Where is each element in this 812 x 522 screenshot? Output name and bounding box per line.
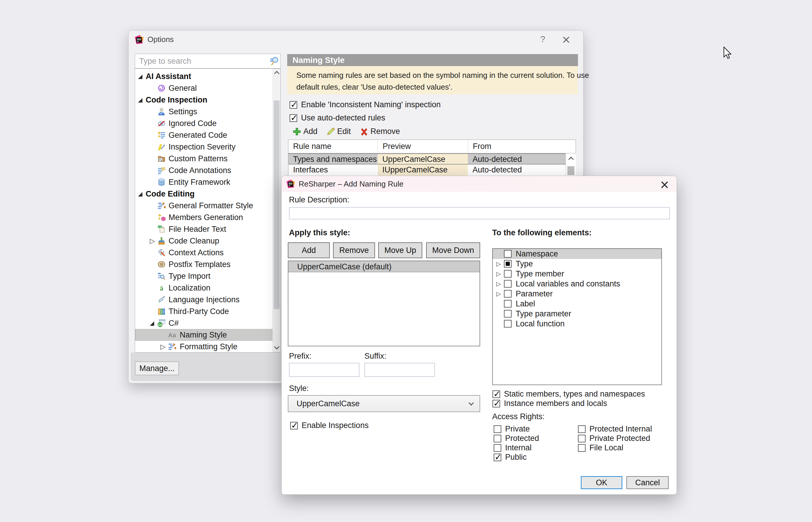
expand-icon[interactable]: ▷: [150, 235, 155, 247]
column-header-preview[interactable]: Preview: [378, 140, 468, 153]
access-checkbox-file-local[interactable]: File Local: [578, 443, 623, 453]
sidebar-item-ignored-code[interactable]: Ignored Code: [135, 118, 273, 129]
sidebar-item-formatting-style[interactable]: ▷Formatting Style: [135, 341, 273, 353]
unchecked-checkbox-icon[interactable]: [504, 280, 512, 287]
add-rule-button[interactable]: Add: [292, 127, 317, 136]
collapse-icon[interactable]: [150, 317, 154, 329]
sidebar-item-code-editing[interactable]: Code Editing: [135, 188, 273, 200]
sidebar-item-ai-assistant[interactable]: AI Assistant: [135, 71, 273, 82]
dialog-titlebar[interactable]: R# ReSharper – Add Naming Rule ×: [282, 176, 676, 192]
element-row-parameter[interactable]: ▷Parameter: [493, 289, 661, 299]
tree-scrollbar[interactable]: [272, 69, 280, 352]
sidebar-item-settings[interactable]: Settings: [135, 106, 273, 118]
naming-checkbox-use-auto-detected-rules[interactable]: Use auto-detected rules: [290, 114, 385, 122]
collapse-icon[interactable]: [138, 188, 142, 200]
expand-icon[interactable]: ▷: [496, 259, 501, 269]
scope-checkbox-static-members-types-and-namespaces[interactable]: Static members, types and namespaces: [493, 389, 645, 399]
sidebar-item-code-inspection[interactable]: Code Inspection: [135, 94, 273, 106]
sidebar-item-localization[interactable]: äLocalization: [135, 282, 273, 294]
move-up-style-button[interactable]: Move Up: [378, 242, 422, 258]
sidebar-item-postfix-templates[interactable]: Postfix Templates: [135, 259, 273, 270]
unchecked-checkbox-icon[interactable]: [578, 444, 586, 452]
expand-icon[interactable]: ▷: [160, 341, 166, 353]
remove-rule-button[interactable]: Remove: [360, 127, 400, 136]
list-item-uppercamelcase-default[interactable]: UpperCamelCase (default): [288, 261, 480, 272]
unchecked-checkbox-icon[interactable]: [494, 435, 501, 442]
column-header-from[interactable]: From: [468, 140, 566, 153]
element-row-namespace[interactable]: Namespace: [493, 249, 661, 259]
sidebar-item-entity-framework[interactable]: Entity Framework: [135, 176, 273, 188]
mixed-checkbox-icon[interactable]: [504, 260, 512, 267]
access-checkbox-private-protected[interactable]: Private Protected: [578, 434, 650, 443]
checked-checkbox-icon[interactable]: [290, 101, 297, 109]
add-style-button[interactable]: Add: [288, 242, 330, 258]
element-row-type-parameter[interactable]: Type parameter: [493, 309, 661, 319]
checked-checkbox-icon[interactable]: [290, 422, 298, 429]
element-row-local-function[interactable]: Local function: [493, 319, 661, 329]
options-titlebar[interactable]: R# Options ? ×: [129, 31, 583, 49]
sidebar-item-generated-code[interactable]: Generated Code: [135, 129, 273, 141]
enable-inspections-checkbox[interactable]: Enable Inspections: [290, 421, 369, 430]
sidebar-item-language-injections[interactable]: Language Injections: [135, 294, 273, 305]
expand-icon[interactable]: ▷: [496, 289, 501, 299]
collapse-icon[interactable]: [138, 71, 142, 82]
sidebar-item-inspection-severity[interactable]: Inspection Severity: [135, 141, 273, 153]
element-row-label[interactable]: Label: [493, 299, 661, 309]
scrollbar-thumb[interactable]: [567, 166, 575, 175]
checked-checkbox-icon[interactable]: [290, 114, 297, 122]
unchecked-checkbox-icon[interactable]: [504, 250, 512, 258]
table-scrollbar[interactable]: [566, 153, 576, 176]
access-checkbox-protected-internal[interactable]: Protected Internal: [578, 424, 652, 434]
close-icon[interactable]: ×: [658, 178, 671, 191]
sidebar-item-c[interactable]: C#C#: [135, 317, 273, 329]
unchecked-checkbox-icon[interactable]: [504, 300, 512, 307]
help-button[interactable]: ?: [537, 34, 548, 44]
sidebar-item-code-annotations[interactable]: Code Annotations: [135, 164, 273, 176]
cancel-button[interactable]: Cancel: [626, 476, 669, 489]
unchecked-checkbox-icon[interactable]: [504, 270, 512, 278]
unchecked-checkbox-icon[interactable]: [494, 444, 501, 452]
sidebar-item-file-header-text[interactable]: File Header Text: [135, 223, 273, 235]
scope-checkbox-instance-members-and-locals[interactable]: Instance members and locals: [493, 399, 607, 408]
sidebar-item-type-import[interactable]: Type Import: [135, 270, 273, 282]
checked-checkbox-icon[interactable]: [494, 454, 501, 461]
access-checkbox-private[interactable]: Private: [494, 424, 530, 434]
column-header-rule-name[interactable]: Rule name: [288, 140, 378, 153]
unchecked-checkbox-icon[interactable]: [494, 425, 501, 433]
styles-list[interactable]: UpperCamelCase (default): [288, 261, 480, 346]
close-icon[interactable]: ×: [560, 33, 572, 46]
unchecked-checkbox-icon[interactable]: [504, 320, 512, 327]
ok-button[interactable]: OK: [581, 476, 622, 489]
checked-checkbox-icon[interactable]: [493, 400, 500, 407]
table-row-types-and-namespaces[interactable]: Types and namespacesUpperCamelCaseAuto-d…: [288, 153, 576, 164]
unchecked-checkbox-icon[interactable]: [578, 435, 586, 442]
sidebar-item-context-actions[interactable]: Context Actions: [135, 247, 273, 259]
sidebar-item-general[interactable]: General: [135, 82, 273, 94]
unchecked-checkbox-icon[interactable]: [578, 425, 586, 433]
sidebar-item-members-generation[interactable]: Members Generation: [135, 212, 273, 223]
scroll-down-icon[interactable]: [274, 344, 279, 349]
sidebar-item-general-formatter-style[interactable]: General Formatter Style: [135, 200, 273, 212]
collapse-icon[interactable]: [138, 94, 142, 106]
sidebar-item-third-party-code[interactable]: Third-Party Code: [135, 305, 273, 317]
suffix-input[interactable]: [365, 363, 435, 377]
style-select[interactable]: UpperCamelCase: [288, 395, 480, 412]
sidebar-item-code-cleanup[interactable]: ▷Code Cleanup: [135, 235, 273, 247]
sidebar-item-custom-patterns[interactable]: Custom Patterns: [135, 153, 273, 164]
element-row-type-member[interactable]: ▷Type member: [493, 269, 661, 279]
unchecked-checkbox-icon[interactable]: [504, 310, 512, 318]
unchecked-checkbox-icon[interactable]: [504, 290, 512, 298]
move-down-style-button[interactable]: Move Down: [426, 242, 480, 258]
prefix-input[interactable]: [289, 363, 359, 377]
access-checkbox-protected[interactable]: Protected: [494, 434, 539, 443]
expand-icon[interactable]: ▷: [496, 279, 501, 289]
remove-style-button[interactable]: Remove: [333, 242, 375, 258]
scrollbar-thumb[interactable]: [274, 100, 279, 309]
checked-checkbox-icon[interactable]: [493, 390, 500, 398]
element-row-local-variables-and-constants[interactable]: ▷Local variables and constants: [493, 279, 661, 289]
rule-description-input[interactable]: [289, 207, 670, 219]
naming-checkbox-enable-inconsistent-naming-inspection[interactable]: Enable 'Inconsistent Naming' inspection: [290, 100, 441, 109]
edit-rule-button[interactable]: Edit: [326, 127, 351, 136]
sidebar-item-naming-style[interactable]: AaNaming Style: [135, 329, 273, 341]
table-row-interfaces[interactable]: InterfacesIUpperCamelCaseAuto-detected: [288, 164, 576, 176]
